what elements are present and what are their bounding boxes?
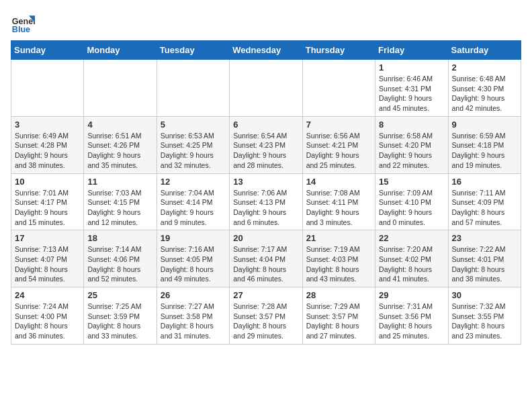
calendar-cell: 2Sunrise: 6:48 AMSunset: 4:30 PMDaylight… bbox=[448, 60, 521, 117]
day-number: 20 bbox=[233, 233, 298, 243]
day-number: 18 bbox=[87, 233, 152, 243]
day-of-week-header: Saturday bbox=[448, 41, 521, 60]
day-of-week-header: Sunday bbox=[11, 41, 84, 60]
day-info: Sunrise: 7:16 AMSunset: 4:05 PMDaylight:… bbox=[161, 244, 226, 284]
calendar-cell: 27Sunrise: 7:28 AMSunset: 3:57 PMDayligh… bbox=[230, 287, 302, 345]
calendar-cell: 14Sunrise: 7:08 AMSunset: 4:11 PMDayligh… bbox=[302, 173, 375, 230]
calendar-cell: 11Sunrise: 7:03 AMSunset: 4:15 PMDayligh… bbox=[84, 173, 157, 230]
calendar-cell: 13Sunrise: 7:06 AMSunset: 4:13 PMDayligh… bbox=[230, 173, 302, 230]
day-info: Sunrise: 7:09 AMSunset: 4:10 PMDaylight:… bbox=[379, 188, 444, 228]
day-number: 5 bbox=[161, 120, 226, 130]
day-info: Sunrise: 7:19 AMSunset: 4:03 PMDaylight:… bbox=[306, 244, 371, 284]
day-number: 2 bbox=[452, 62, 517, 73]
day-info: Sunrise: 6:54 AMSunset: 4:23 PMDaylight:… bbox=[233, 131, 298, 171]
day-info: Sunrise: 6:51 AMSunset: 4:26 PMDaylight:… bbox=[87, 131, 152, 171]
day-number: 11 bbox=[87, 177, 152, 187]
day-info: Sunrise: 6:46 AMSunset: 4:31 PMDaylight:… bbox=[379, 74, 444, 113]
day-number: 16 bbox=[452, 177, 517, 187]
day-number: 23 bbox=[452, 233, 517, 243]
calendar-week-row: 3Sunrise: 6:49 AMSunset: 4:28 PMDaylight… bbox=[11, 116, 521, 173]
calendar-cell: 22Sunrise: 7:20 AMSunset: 4:02 PMDayligh… bbox=[375, 230, 448, 287]
day-info: Sunrise: 6:48 AMSunset: 4:30 PMDaylight:… bbox=[452, 74, 517, 113]
calendar-table: SundayMondayTuesdayWednesdayThursdayFrid… bbox=[11, 40, 521, 345]
logo-icon: General Blue bbox=[11, 11, 35, 35]
day-number: 6 bbox=[233, 120, 298, 130]
day-info: Sunrise: 7:27 AMSunset: 3:58 PMDaylight:… bbox=[161, 302, 226, 341]
day-of-week-header: Monday bbox=[84, 41, 157, 60]
calendar-cell: 6Sunrise: 6:54 AMSunset: 4:23 PMDaylight… bbox=[230, 116, 302, 173]
calendar-week-row: 17Sunrise: 7:13 AMSunset: 4:07 PMDayligh… bbox=[11, 230, 521, 287]
day-number: 28 bbox=[306, 290, 371, 300]
day-number: 7 bbox=[306, 120, 371, 130]
day-info: Sunrise: 7:32 AMSunset: 3:55 PMDaylight:… bbox=[452, 302, 517, 341]
day-number: 25 bbox=[87, 290, 152, 300]
day-number: 10 bbox=[15, 177, 80, 187]
calendar-cell: 24Sunrise: 7:24 AMSunset: 4:00 PMDayligh… bbox=[11, 287, 84, 345]
calendar-week-row: 24Sunrise: 7:24 AMSunset: 4:00 PMDayligh… bbox=[11, 287, 521, 345]
calendar-cell bbox=[11, 60, 84, 117]
calendar-cell bbox=[157, 60, 229, 117]
day-number: 4 bbox=[87, 120, 152, 130]
day-info: Sunrise: 7:01 AMSunset: 4:17 PMDaylight:… bbox=[15, 188, 80, 228]
day-number: 21 bbox=[306, 233, 371, 243]
calendar-cell: 5Sunrise: 6:53 AMSunset: 4:25 PMDaylight… bbox=[157, 116, 229, 173]
calendar-cell: 1Sunrise: 6:46 AMSunset: 4:31 PMDaylight… bbox=[375, 60, 448, 117]
calendar-cell: 30Sunrise: 7:32 AMSunset: 3:55 PMDayligh… bbox=[448, 287, 521, 345]
svg-text:Blue: Blue bbox=[12, 25, 30, 34]
day-number: 14 bbox=[306, 177, 371, 187]
day-info: Sunrise: 7:08 AMSunset: 4:11 PMDaylight:… bbox=[306, 188, 371, 228]
day-of-week-header: Tuesday bbox=[157, 41, 229, 60]
calendar-cell: 21Sunrise: 7:19 AMSunset: 4:03 PMDayligh… bbox=[302, 230, 375, 287]
day-number: 13 bbox=[233, 177, 298, 187]
calendar-cell: 29Sunrise: 7:31 AMSunset: 3:56 PMDayligh… bbox=[375, 287, 448, 345]
calendar-cell: 19Sunrise: 7:16 AMSunset: 4:05 PMDayligh… bbox=[157, 230, 229, 287]
day-info: Sunrise: 7:28 AMSunset: 3:57 PMDaylight:… bbox=[233, 302, 298, 341]
day-info: Sunrise: 7:31 AMSunset: 3:56 PMDaylight:… bbox=[379, 302, 444, 341]
calendar-cell: 3Sunrise: 6:49 AMSunset: 4:28 PMDaylight… bbox=[11, 116, 84, 173]
day-info: Sunrise: 7:14 AMSunset: 4:06 PMDaylight:… bbox=[87, 244, 152, 284]
day-info: Sunrise: 7:22 AMSunset: 4:01 PMDaylight:… bbox=[452, 244, 517, 284]
day-info: Sunrise: 7:29 AMSunset: 3:57 PMDaylight:… bbox=[306, 302, 371, 341]
calendar-cell: 7Sunrise: 6:56 AMSunset: 4:21 PMDaylight… bbox=[302, 116, 375, 173]
calendar-cell: 17Sunrise: 7:13 AMSunset: 4:07 PMDayligh… bbox=[11, 230, 84, 287]
day-number: 9 bbox=[452, 120, 517, 130]
day-info: Sunrise: 7:13 AMSunset: 4:07 PMDaylight:… bbox=[15, 244, 80, 284]
day-number: 24 bbox=[15, 290, 80, 300]
day-info: Sunrise: 7:25 AMSunset: 3:59 PMDaylight:… bbox=[87, 302, 152, 341]
page-header: General Blue bbox=[11, 11, 521, 35]
calendar-cell: 12Sunrise: 7:04 AMSunset: 4:14 PMDayligh… bbox=[157, 173, 229, 230]
calendar-cell: 23Sunrise: 7:22 AMSunset: 4:01 PMDayligh… bbox=[448, 230, 521, 287]
calendar-cell: 26Sunrise: 7:27 AMSunset: 3:58 PMDayligh… bbox=[157, 287, 229, 345]
day-info: Sunrise: 7:20 AMSunset: 4:02 PMDaylight:… bbox=[379, 244, 444, 284]
day-number: 12 bbox=[161, 177, 226, 187]
calendar-cell: 8Sunrise: 6:58 AMSunset: 4:20 PMDaylight… bbox=[375, 116, 448, 173]
day-info: Sunrise: 7:06 AMSunset: 4:13 PMDaylight:… bbox=[233, 188, 298, 228]
calendar-cell bbox=[230, 60, 302, 117]
day-info: Sunrise: 7:24 AMSunset: 4:00 PMDaylight:… bbox=[15, 302, 80, 341]
calendar-week-row: 10Sunrise: 7:01 AMSunset: 4:17 PMDayligh… bbox=[11, 173, 521, 230]
calendar-cell: 20Sunrise: 7:17 AMSunset: 4:04 PMDayligh… bbox=[230, 230, 302, 287]
day-of-week-header: Wednesday bbox=[230, 41, 302, 60]
day-info: Sunrise: 7:03 AMSunset: 4:15 PMDaylight:… bbox=[87, 188, 152, 228]
day-number: 19 bbox=[161, 233, 226, 243]
calendar-cell bbox=[302, 60, 375, 117]
day-number: 27 bbox=[233, 290, 298, 300]
day-number: 15 bbox=[379, 177, 444, 187]
day-info: Sunrise: 6:59 AMSunset: 4:18 PMDaylight:… bbox=[452, 131, 517, 171]
day-of-week-header: Thursday bbox=[302, 41, 375, 60]
day-info: Sunrise: 6:56 AMSunset: 4:21 PMDaylight:… bbox=[306, 131, 371, 171]
logo: General Blue bbox=[11, 11, 35, 35]
day-info: Sunrise: 6:53 AMSunset: 4:25 PMDaylight:… bbox=[161, 131, 226, 171]
day-of-week-header: Friday bbox=[375, 41, 448, 60]
day-number: 3 bbox=[15, 120, 80, 130]
day-number: 26 bbox=[161, 290, 226, 300]
day-number: 29 bbox=[379, 290, 444, 300]
calendar-cell: 18Sunrise: 7:14 AMSunset: 4:06 PMDayligh… bbox=[84, 230, 157, 287]
day-number: 17 bbox=[15, 233, 80, 243]
day-info: Sunrise: 7:11 AMSunset: 4:09 PMDaylight:… bbox=[452, 188, 517, 228]
day-info: Sunrise: 7:04 AMSunset: 4:14 PMDaylight:… bbox=[161, 188, 226, 228]
day-info: Sunrise: 6:49 AMSunset: 4:28 PMDaylight:… bbox=[15, 131, 80, 171]
day-number: 8 bbox=[379, 120, 444, 130]
calendar-cell: 15Sunrise: 7:09 AMSunset: 4:10 PMDayligh… bbox=[375, 173, 448, 230]
calendar-cell: 10Sunrise: 7:01 AMSunset: 4:17 PMDayligh… bbox=[11, 173, 84, 230]
